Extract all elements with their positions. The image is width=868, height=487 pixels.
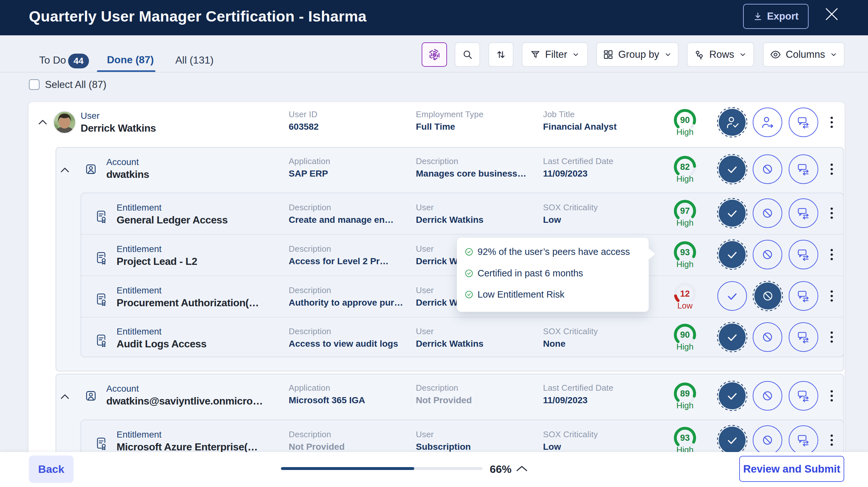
svg-text:90: 90 [680, 330, 690, 339]
svg-text:93: 93 [680, 433, 690, 443]
svg-text:97: 97 [680, 206, 690, 216]
svg-text:82: 82 [680, 162, 690, 172]
svg-text:89: 89 [680, 389, 690, 398]
svg-text:12: 12 [680, 289, 690, 298]
svg-text:90: 90 [680, 115, 690, 125]
svg-text:93: 93 [680, 248, 690, 257]
